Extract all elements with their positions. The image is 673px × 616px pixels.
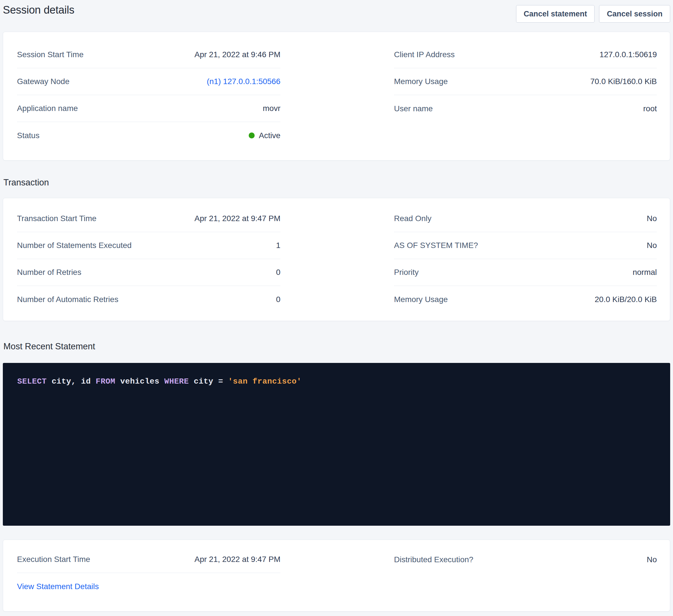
summary-row: Number of Retries0 — [17, 259, 280, 286]
session-summary-left: Session Start TimeApr 21, 2022 at 9:46 P… — [17, 41, 280, 149]
row-label: AS OF SYSTEM TIME? — [394, 241, 478, 250]
row-label: Read Only — [394, 214, 431, 223]
summary-row: Client IP Address127.0.0.1:50619 — [394, 41, 657, 68]
row-value: Apr 21, 2022 at 9:47 PM — [194, 214, 280, 223]
summary-row: User nameroot — [394, 95, 657, 122]
row-label: Application name — [17, 104, 78, 113]
transaction-summary-card: Transaction Start TimeApr 21, 2022 at 9:… — [3, 198, 670, 321]
sql-token-keyword: WHERE — [164, 377, 189, 386]
summary-row: Read OnlyNo — [394, 205, 657, 232]
sql-token-plain: city, id — [47, 377, 96, 386]
distributed-execution-row: Distributed Execution? No — [394, 546, 657, 573]
sql-token-plain: vehicles — [115, 377, 164, 386]
row-value: Apr 21, 2022 at 9:47 PM — [194, 555, 280, 564]
cancel-statement-button[interactable]: Cancel statement — [516, 5, 595, 23]
summary-row: Session Start TimeApr 21, 2022 at 9:46 P… — [17, 41, 280, 68]
execution-start-time-row: Execution Start Time Apr 21, 2022 at 9:4… — [17, 546, 280, 573]
row-value: 0 — [276, 295, 280, 304]
statement-section-title: Most Recent Statement — [3, 341, 670, 352]
page-title: Session details — [3, 4, 74, 16]
row-value: No — [647, 555, 657, 564]
summary-row: Memory Usage70.0 KiB/160.0 KiB — [394, 68, 657, 95]
summary-row: AS OF SYSTEM TIME?No — [394, 232, 657, 259]
row-value: movr — [263, 104, 280, 113]
execution-summary-left: Execution Start Time Apr 21, 2022 at 9:4… — [17, 546, 280, 600]
status-text: Active — [259, 131, 280, 140]
gateway-node-link[interactable]: (n1) 127.0.0.1:50566 — [207, 77, 280, 86]
session-summary-card: Session Start TimeApr 21, 2022 at 9:46 P… — [3, 32, 670, 161]
header-actions: Cancel statement Cancel session — [516, 4, 670, 23]
summary-row: Memory Usage20.0 KiB/20.0 KiB — [394, 286, 657, 313]
gateway-node-link-row: Gateway Node(n1) 127.0.0.1:50566 — [17, 68, 280, 95]
row-label: Transaction Start Time — [17, 214, 96, 223]
session-summary-right: Client IP Address127.0.0.1:50619Memory U… — [394, 41, 657, 122]
row-value: root — [643, 104, 657, 113]
sql-token-plain: city = — [189, 377, 228, 386]
row-label: User name — [394, 104, 433, 113]
summary-row: Number of Statements Executed1 — [17, 232, 280, 259]
sql-token-string: 'san francisco' — [228, 377, 302, 386]
row-label: Number of Retries — [17, 268, 81, 277]
sql-statement-box: SELECT city, id FROM vehicles WHERE city… — [3, 363, 670, 526]
row-label: Session Start Time — [17, 50, 83, 59]
row-value: No — [647, 241, 657, 250]
row-label: Client IP Address — [394, 50, 455, 59]
row-label: Memory Usage — [394, 77, 448, 86]
row-value: 127.0.0.1:50619 — [600, 50, 657, 59]
row-label: Distributed Execution? — [394, 555, 473, 564]
row-value: 70.0 KiB/160.0 KiB — [590, 77, 657, 86]
session-status-row: StatusActive — [17, 122, 280, 149]
cancel-session-button[interactable]: Cancel session — [599, 5, 670, 23]
row-label: Status — [17, 131, 39, 140]
execution-summary-right: Distributed Execution? No — [394, 546, 657, 573]
page-header: Session details Cancel statement Cancel … — [3, 0, 670, 32]
row-label: Memory Usage — [394, 295, 448, 304]
session-status: Active — [249, 131, 280, 140]
summary-row: Prioritynormal — [394, 259, 657, 286]
session-details-page: Session details Cancel statement Cancel … — [0, 0, 673, 616]
execution-summary-card: Execution Start Time Apr 21, 2022 at 9:4… — [3, 540, 670, 611]
row-value: 20.0 KiB/20.0 KiB — [595, 295, 657, 304]
transaction-summary-right: Read OnlyNoAS OF SYSTEM TIME?NoPriorityn… — [394, 205, 657, 313]
row-label: Execution Start Time — [17, 555, 90, 564]
summary-row: Number of Automatic Retries0 — [17, 286, 280, 313]
view-statement-details-row: View Statement Details — [17, 573, 280, 600]
row-value: 1 — [276, 241, 280, 250]
row-label: Gateway Node — [17, 77, 69, 86]
row-label: Priority — [394, 268, 419, 277]
row-label: Number of Automatic Retries — [17, 295, 119, 304]
row-value: 0 — [276, 268, 280, 277]
summary-row: Transaction Start TimeApr 21, 2022 at 9:… — [17, 205, 280, 232]
row-value: Apr 21, 2022 at 9:46 PM — [194, 50, 280, 59]
view-statement-details-link[interactable]: View Statement Details — [17, 582, 99, 591]
sql-token-keyword: SELECT — [17, 377, 47, 386]
row-label: Number of Statements Executed — [17, 241, 132, 250]
row-value: No — [647, 214, 657, 223]
sql-statement-text: SELECT city, id FROM vehicles WHERE city… — [17, 377, 659, 386]
summary-row: Application namemovr — [17, 95, 280, 122]
status-active-dot-icon — [249, 132, 255, 138]
row-value: normal — [633, 268, 657, 277]
transaction-summary-left: Transaction Start TimeApr 21, 2022 at 9:… — [17, 205, 280, 313]
sql-token-keyword: FROM — [96, 377, 115, 386]
transaction-section-title: Transaction — [3, 177, 670, 188]
